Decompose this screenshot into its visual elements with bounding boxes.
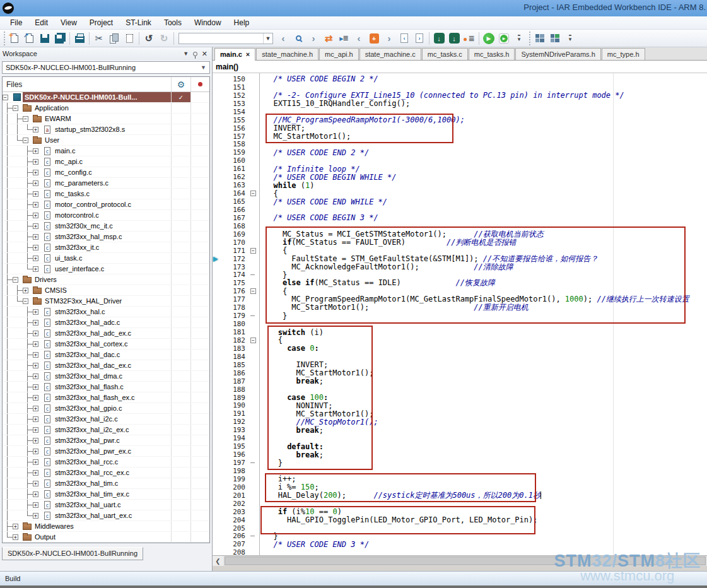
breakpoint-margin[interactable] (213, 434, 221, 442)
breakpoint-margin[interactable] (213, 91, 221, 100)
tree-item-startup-stm32f302x8-s[interactable]: +astartup_stm32f302x8.s (3, 124, 209, 135)
redo-icon[interactable]: ↻ (156, 31, 172, 46)
current-position-arrow-icon[interactable] (213, 255, 221, 263)
breakpoint-margin[interactable] (213, 165, 221, 173)
breakpoint-margin[interactable] (213, 148, 221, 156)
collapse-icon[interactable]: − (23, 114, 32, 124)
tree-item-motor-control-protocol-c[interactable]: +cmotor_control_protocol.c (3, 199, 209, 210)
paste-icon[interactable] (122, 31, 137, 46)
scroll-left-icon[interactable]: ❮ (213, 556, 223, 566)
tree-item-stm32f3xx-hal-dac-ex-c[interactable]: +cstm32f3xx_hal_dac_ex.c (3, 360, 209, 371)
tree-item-stm32f3xx-hal-dac-c[interactable]: +cstm32f3xx_hal_dac.c (3, 350, 209, 360)
nav-back-icon[interactable]: ‹ (276, 31, 291, 46)
cut-icon[interactable]: ✂ (91, 31, 107, 46)
expand-icon[interactable]: + (33, 510, 42, 520)
tree-item-stm32f3xx-hal-uart-c[interactable]: +cstm32f3xx_hal_uart.c (3, 500, 209, 510)
expand-icon[interactable]: + (33, 457, 42, 467)
toolbar-overflow2-icon[interactable]: ▾ (563, 31, 578, 46)
tree-item-stm32f3xx-hal-tim-c[interactable]: +cstm32f3xx_hal_tim.c (3, 478, 209, 489)
expand-icon[interactable]: + (13, 521, 21, 531)
batch-build-icon[interactable]: ≣ (462, 31, 477, 46)
breakpoint-margin[interactable] (213, 508, 221, 516)
expand-icon[interactable]: + (33, 210, 42, 220)
expand-icon[interactable]: + (33, 478, 42, 488)
ram-view2-icon[interactable] (547, 31, 563, 46)
new-file-icon[interactable]: + (7, 31, 22, 46)
collapse-icon[interactable]: − (3, 92, 11, 102)
breakpoint-margin[interactable] (213, 418, 221, 426)
breakpoint-margin[interactable] (213, 141, 221, 149)
expand-icon[interactable]: + (33, 199, 42, 209)
breakpoint-margin[interactable] (213, 483, 221, 491)
tree-item-stm32f3xx-hal-i2c-ex-c[interactable]: +cstm32f3xx_hal_i2c_ex.c (3, 425, 209, 435)
open-file-icon[interactable]: ↗ (22, 31, 37, 46)
chevron-down-icon[interactable]: ▼ (197, 64, 209, 71)
code-area[interactable]: 150 /* USER CODE BEGIN 2 */151152 /* -2-… (213, 73, 707, 555)
menu-edit[interactable]: Edit (28, 17, 54, 28)
expand-icon[interactable]: + (33, 435, 42, 445)
expand-icon[interactable]: + (33, 317, 42, 327)
tree-item-stm32f3xx-hal-flash-ex-c[interactable]: +cstm32f3xx_hal_flash_ex.c (3, 392, 209, 403)
tree-item-stm32f3xx-it-c[interactable]: +cstm32f3xx_it.c (3, 242, 209, 253)
close-icon[interactable]: ✕ (202, 50, 207, 58)
tree-item-drivers[interactable]: −Drivers (3, 274, 209, 285)
expand-icon[interactable]: + (33, 156, 42, 167)
breakpoint-margin[interactable] (213, 450, 221, 459)
breakpoint-margin[interactable] (213, 100, 221, 108)
expand-icon[interactable]: + (33, 371, 42, 381)
tree-item-stm32f3xx-hal-pwr-ex-c[interactable]: +cstm32f3xx_hal_pwr_ex.c (3, 446, 209, 457)
breakpoint-margin[interactable] (213, 124, 221, 132)
tab-systemndriveparams-h[interactable]: SystemNDriveParams.h (515, 48, 600, 60)
expand-icon[interactable]: + (33, 124, 42, 134)
quick-search-combo[interactable]: ▼ (176, 31, 276, 46)
save-icon[interactable] (37, 31, 52, 46)
breakpoint-margin[interactable] (213, 344, 221, 353)
breakpoint-margin[interactable] (213, 426, 221, 434)
breakpoint-margin[interactable] (213, 197, 221, 206)
expand-icon[interactable]: + (33, 500, 42, 510)
tree-item-user[interactable]: −User (3, 135, 209, 146)
breakpoint-margin[interactable] (213, 279, 221, 287)
menu-view[interactable]: View (54, 17, 83, 28)
breakpoint-margin[interactable] (213, 377, 221, 385)
tab-state-machine-c[interactable]: state_machine.c (359, 48, 421, 60)
expand-icon[interactable]: + (33, 232, 42, 242)
expand-icon[interactable]: + (33, 350, 42, 360)
expand-icon[interactable]: + (33, 221, 42, 231)
expand-icon[interactable]: + (33, 414, 42, 424)
tree-item-mc-api-c[interactable]: +cmc_api.c (3, 156, 209, 167)
tree-item-stm32f3xx-hal-uart-ex-c[interactable]: +cstm32f3xx_hal_uart_ex.c (3, 510, 209, 521)
breakpoint-margin[interactable] (213, 116, 221, 124)
tree-item-stm32f3xx-hal-dma-c[interactable]: +cstm32f3xx_hal_dma.c (3, 371, 209, 382)
tree-item-stm32f3xx-hal-rcc-ex-c[interactable]: +cstm32f3xx_hal_rcc_ex.c (3, 467, 209, 478)
expand-icon[interactable]: + (33, 403, 42, 413)
breakpoint-margin[interactable] (213, 394, 221, 402)
ram-view1-icon[interactable] (532, 31, 547, 46)
breakpoint-margin[interactable] (213, 156, 221, 165)
tree-item-stm32f3xx-hal-adc-c[interactable]: +cstm32f3xx_hal_adc.c (3, 317, 209, 328)
debug-without-download-icon[interactable]: ▶ (496, 31, 511, 46)
expand-icon[interactable]: + (33, 467, 42, 478)
expand-icon[interactable]: + (33, 360, 42, 370)
breakpoint-margin[interactable] (213, 442, 221, 450)
expand-icon[interactable]: + (33, 178, 42, 188)
tree-item-output[interactable]: +Output (3, 532, 209, 543)
toolbar-grip[interactable] (3, 32, 6, 45)
tree-item-stm32f3xx-hal-rcc-c[interactable]: +cstm32f3xx_hal_rcc.c (3, 457, 209, 467)
undo-icon[interactable]: ↺ (141, 31, 156, 46)
copy-icon[interactable] (107, 31, 122, 46)
breakpoint-margin[interactable] (213, 500, 221, 508)
tree-item-application[interactable]: −Application (3, 103, 209, 114)
breakpoint-margin[interactable] (213, 132, 221, 141)
breakpoint-margin[interactable] (213, 320, 221, 328)
previous-file-icon[interactable]: ‹ (397, 31, 412, 46)
menu-file[interactable]: File (4, 17, 28, 28)
tree-item-stm32f30x-mc-it-c[interactable]: +cstm32f30x_mc_it.c (3, 221, 209, 232)
tree-item-middlewares[interactable]: +Middlewares (3, 521, 209, 532)
expand-icon[interactable]: + (33, 264, 42, 274)
fold-collapse-icon[interactable]: − (250, 191, 259, 196)
collapse-icon[interactable]: − (23, 296, 32, 306)
collapse-icon[interactable]: − (23, 135, 32, 145)
workspace-menu-chevron-icon[interactable]: ▼ (182, 50, 190, 57)
tree-item-stm32f3xx-hal-i2c-c[interactable]: +cstm32f3xx_hal_i2c.c (3, 414, 209, 425)
